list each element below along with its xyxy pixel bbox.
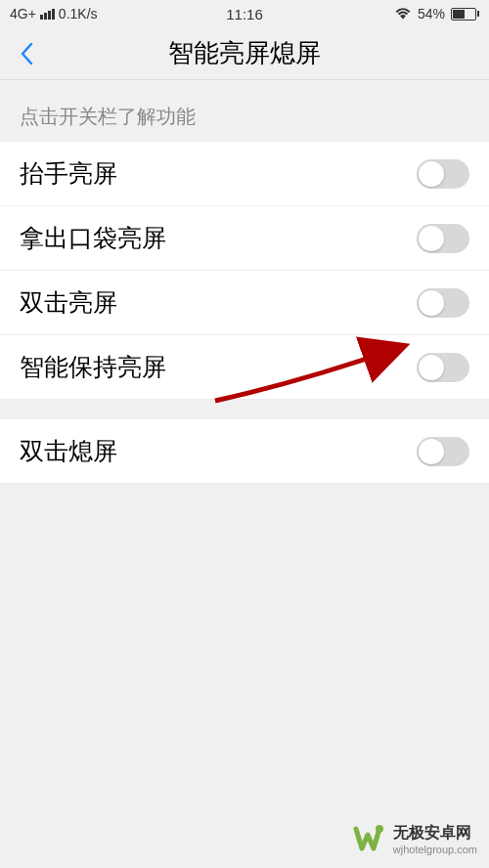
watermark-logo-icon xyxy=(350,821,385,856)
toggle-raise-to-wake[interactable] xyxy=(417,159,469,189)
list-spacer xyxy=(0,400,489,419)
watermark-title: 无极安卓网 xyxy=(393,823,477,844)
setting-label: 智能保持亮屏 xyxy=(20,351,166,383)
toggle-double-tap-sleep[interactable] xyxy=(417,437,469,466)
back-button[interactable] xyxy=(12,39,41,68)
network-type: 4G+ xyxy=(10,6,36,22)
section-header: 点击开关栏了解功能 xyxy=(0,80,489,142)
settings-list-2: 双击熄屏 xyxy=(0,419,489,484)
battery-percent: 54% xyxy=(418,6,445,22)
wifi-icon xyxy=(394,6,412,22)
network-speed: 0.1K/s xyxy=(59,6,98,22)
setting-double-tap-wake[interactable]: 双击亮屏 xyxy=(0,271,489,335)
signal-icon xyxy=(40,9,55,20)
setting-double-tap-sleep[interactable]: 双击熄屏 xyxy=(0,419,489,484)
setting-label: 双击熄屏 xyxy=(20,435,117,467)
toggle-smart-keep-screen-on[interactable] xyxy=(417,353,469,382)
watermark: 无极安卓网 wjhotelgroup.com xyxy=(350,821,477,856)
status-time: 11:16 xyxy=(226,6,263,22)
status-right: 54% xyxy=(394,6,479,22)
setting-smart-keep-screen-on[interactable]: 智能保持亮屏 xyxy=(0,335,489,400)
svg-point-1 xyxy=(376,825,383,833)
toggle-pocket-wake[interactable] xyxy=(417,224,469,253)
setting-label: 抬手亮屏 xyxy=(20,157,117,190)
chevron-left-icon xyxy=(20,42,33,65)
status-left: 4G+ 0.1K/s xyxy=(10,6,98,22)
setting-label: 双击亮屏 xyxy=(20,286,117,319)
setting-label: 拿出口袋亮屏 xyxy=(20,222,166,254)
toggle-double-tap-wake[interactable] xyxy=(417,288,469,318)
watermark-url: wjhotelgroup.com xyxy=(393,844,477,855)
watermark-text: 无极安卓网 wjhotelgroup.com xyxy=(393,823,477,855)
setting-pocket-wake[interactable]: 拿出口袋亮屏 xyxy=(0,206,489,271)
battery-icon xyxy=(451,8,479,21)
settings-list-1: 抬手亮屏 拿出口袋亮屏 双击亮屏 智能保持亮屏 xyxy=(0,142,489,400)
page-title: 智能亮屏熄屏 xyxy=(0,36,489,70)
setting-raise-to-wake[interactable]: 抬手亮屏 xyxy=(0,142,489,206)
page-header: 智能亮屏熄屏 xyxy=(0,27,489,80)
status-bar: 4G+ 0.1K/s 11:16 54% xyxy=(0,0,489,27)
